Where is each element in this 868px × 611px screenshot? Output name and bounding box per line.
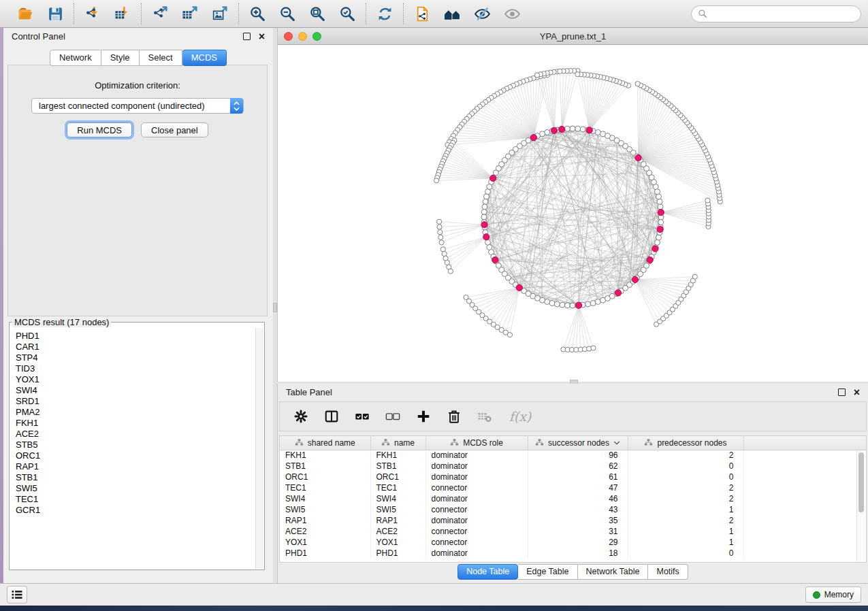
network-node[interactable] <box>580 127 585 132</box>
function-builder-button[interactable]: f(x) <box>506 407 534 426</box>
network-node[interactable] <box>481 214 487 220</box>
close-control-panel-icon[interactable]: × <box>259 33 265 40</box>
run-mcds-button[interactable]: Run MCDS <box>67 122 132 137</box>
network-node[interactable] <box>575 72 580 77</box>
network-node[interactable] <box>534 73 539 78</box>
table-row[interactable]: SWI4SWI4dominator462 <box>280 493 866 504</box>
network-node[interactable] <box>560 302 565 308</box>
window-minimize-icon[interactable] <box>298 32 307 41</box>
tab-style[interactable]: Style <box>101 50 140 66</box>
table-row[interactable]: PHD1PHD1dominator180 <box>280 548 866 559</box>
mcds-result-item[interactable]: PHD1 <box>16 331 255 342</box>
optimization-criterion-select[interactable]: largest connected component (undirected) <box>31 98 244 114</box>
float-control-panel-icon[interactable] <box>243 33 251 40</box>
network-hub-node[interactable] <box>657 227 663 233</box>
mcds-result-item[interactable]: STB5 <box>16 440 255 450</box>
mcds-result-item[interactable]: YOX1 <box>16 374 255 385</box>
network-node[interactable] <box>595 130 600 135</box>
select-all-button[interactable] <box>353 407 372 426</box>
mcds-result-item[interactable]: FKH1 <box>16 418 255 429</box>
mcds-result-item[interactable]: SRD1 <box>16 396 255 407</box>
tab-edge-table[interactable]: Edge Table <box>518 564 577 580</box>
export-image-button[interactable] <box>210 3 230 24</box>
network-hub-node[interactable] <box>483 234 489 240</box>
mcds-result-item[interactable]: PMA2 <box>16 407 255 418</box>
network-hub-node[interactable] <box>516 284 522 291</box>
tab-select[interactable]: Select <box>140 50 182 66</box>
network-hub-node[interactable] <box>635 154 641 161</box>
network-node[interactable] <box>439 240 444 245</box>
network-hub-node[interactable] <box>652 246 658 252</box>
network-node[interactable] <box>590 301 596 306</box>
window-maximize-icon[interactable] <box>312 32 321 41</box>
network-node[interactable] <box>437 225 442 229</box>
close-table-panel-icon[interactable]: × <box>854 389 860 396</box>
zoom-selected-button[interactable] <box>337 3 357 24</box>
network-node[interactable] <box>448 269 453 274</box>
search-input[interactable] <box>711 9 854 18</box>
memory-button[interactable]: Memory <box>805 587 861 603</box>
save-session-button[interactable] <box>45 3 65 24</box>
table-scrollbar[interactable] <box>856 450 865 561</box>
first-neighbors-button[interactable] <box>442 3 462 24</box>
new-network-from-selection-button[interactable] <box>412 3 432 24</box>
window-close-icon[interactable] <box>284 32 293 41</box>
network-node[interactable] <box>438 230 443 235</box>
network-hub-node[interactable] <box>632 276 638 282</box>
network-node[interactable] <box>507 333 512 337</box>
table-row[interactable]: TEC1TEC1connector472 <box>280 482 866 493</box>
column-header-predecessor-nodes[interactable]: predecessor nodes <box>628 436 743 450</box>
network-node[interactable] <box>481 209 487 214</box>
add-column-button[interactable] <box>414 407 433 426</box>
zoom-out-button[interactable] <box>277 3 298 24</box>
network-node[interactable] <box>570 126 575 131</box>
network-node[interactable] <box>655 240 660 245</box>
table-row[interactable]: STB1STB1dominator620 <box>280 461 866 472</box>
column-header-shared-name[interactable]: shared name <box>280 436 370 450</box>
network-node[interactable] <box>658 204 663 210</box>
network-hub-node[interactable] <box>490 175 496 181</box>
close-panel-button[interactable]: Close panel <box>141 122 208 137</box>
show-all-button[interactable] <box>502 3 522 24</box>
network-node[interactable] <box>438 235 443 240</box>
network-hub-node[interactable] <box>530 135 536 141</box>
network-node[interactable] <box>656 235 662 240</box>
table-row[interactable]: YOX1YOX1connector291 <box>280 537 866 548</box>
tab-network[interactable]: Network <box>50 50 101 66</box>
mcds-list-scrollbar[interactable] <box>255 328 263 569</box>
network-node[interactable] <box>482 204 487 210</box>
table-row[interactable]: RAP1RAP1dominator352 <box>280 515 866 526</box>
export-network-button[interactable] <box>150 3 170 24</box>
settings-button[interactable] <box>291 407 310 426</box>
network-hub-node[interactable] <box>658 210 664 216</box>
network-node[interactable] <box>549 301 555 306</box>
show-panels-button[interactable] <box>7 586 27 604</box>
network-node[interactable] <box>564 303 570 308</box>
mcds-result-item[interactable]: ACE2 <box>16 429 255 440</box>
mcds-result-item[interactable]: STP4 <box>16 352 255 363</box>
network-hub-node[interactable] <box>615 290 621 296</box>
network-node[interactable] <box>545 299 550 305</box>
network-hub-node[interactable] <box>586 127 592 133</box>
import-table-button[interactable] <box>112 3 133 24</box>
network-hub-node[interactable] <box>551 127 557 133</box>
network-node[interactable] <box>658 220 664 225</box>
mcds-result-item[interactable]: RAP1 <box>16 461 255 472</box>
unselect-all-button[interactable] <box>383 407 402 426</box>
mcds-result-item[interactable]: STB1 <box>16 472 255 483</box>
network-node[interactable] <box>484 194 489 199</box>
network-node[interactable] <box>570 303 575 308</box>
network-hub-node[interactable] <box>481 222 487 228</box>
mcds-result-item[interactable]: SWI4 <box>16 385 255 396</box>
column-header-successor-nodes[interactable]: successor nodes <box>528 436 628 450</box>
float-table-panel-icon[interactable] <box>838 389 846 396</box>
mcds-result-item[interactable]: SWI5 <box>16 483 255 494</box>
export-table-button[interactable] <box>180 3 200 24</box>
network-node[interactable] <box>656 194 662 199</box>
mcds-result-item[interactable]: ORC1 <box>16 450 255 461</box>
network-hub-node[interactable] <box>576 302 582 308</box>
network-node[interactable] <box>657 199 662 204</box>
mcds-result-item[interactable]: TID3 <box>16 363 255 374</box>
open-folder-button[interactable] <box>15 3 35 24</box>
network-node[interactable] <box>692 274 697 279</box>
